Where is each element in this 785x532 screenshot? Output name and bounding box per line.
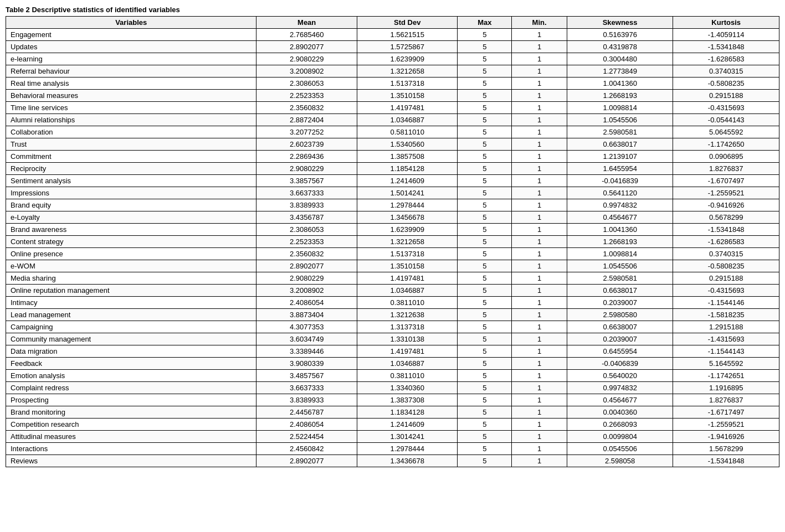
variable-name: Online reputation management xyxy=(6,285,256,297)
cell-value: 2.4456787 xyxy=(256,406,357,419)
cell-value: -1.1742651 xyxy=(673,370,779,382)
table-row: Online presence2.35608321.5137318511.009… xyxy=(6,248,779,260)
cell-value: 0.5641120 xyxy=(567,187,673,199)
cell-value: 5 xyxy=(458,199,512,211)
table-row: Feedback3.90803391.034688751-0.04068395.… xyxy=(6,358,779,370)
cell-value: -0.0544143 xyxy=(673,114,779,126)
cell-value: 0.2915188 xyxy=(673,272,779,285)
table-row: Complaint redress3.66373331.3340360510.9… xyxy=(6,382,779,394)
variable-name: Reciprocity xyxy=(6,163,256,175)
cell-value: 2.3560832 xyxy=(256,102,357,114)
cell-value: 3.3857567 xyxy=(256,175,357,187)
table-row: Campaigning4.30773531.3137318510.6638007… xyxy=(6,321,779,333)
cell-value: 1 xyxy=(512,431,567,443)
cell-value: 1.0041360 xyxy=(567,224,673,236)
variable-name: Feedback xyxy=(6,358,256,370)
variable-name: Time line services xyxy=(6,102,256,114)
cell-value: -0.0406839 xyxy=(567,358,673,370)
cell-value: -0.5808235 xyxy=(673,260,779,272)
cell-value: 4.3077353 xyxy=(256,321,357,333)
table-row: Data migration3.33894461.4197481510.6455… xyxy=(6,345,779,358)
cell-value: 2.8902077 xyxy=(256,41,357,53)
cell-value: 0.2668093 xyxy=(567,419,673,431)
table-row: Behavioral measures2.25233531.3510158511… xyxy=(6,90,779,102)
cell-value: 3.6034749 xyxy=(256,333,357,345)
cell-value: -1.9416926 xyxy=(673,431,779,443)
column-header: Kurtosis xyxy=(673,17,779,29)
table-title: Table 2 Descriptive statistics of identi… xyxy=(6,6,779,14)
cell-value: 1 xyxy=(512,126,567,138)
cell-value: 5 xyxy=(458,431,512,443)
cell-value: 5 xyxy=(458,406,512,419)
cell-value: 1 xyxy=(512,211,567,224)
cell-value: 1.1854128 xyxy=(357,163,458,175)
variable-name: Emotion analysis xyxy=(6,370,256,382)
cell-value: 3.6637333 xyxy=(256,187,357,199)
cell-value: 0.3740315 xyxy=(673,65,779,78)
cell-value: 1.5137318 xyxy=(357,78,458,90)
table-row: Emotion analysis3.48575670.3811010510.56… xyxy=(6,370,779,382)
cell-value: 2.5980581 xyxy=(567,272,673,285)
cell-value: 3.2008902 xyxy=(256,65,357,78)
cell-value: 1 xyxy=(512,321,567,333)
data-table: VariablesMeanStd DevMaxMin.SkewnessKurto… xyxy=(6,16,779,467)
cell-value: 2.7685460 xyxy=(256,29,357,41)
cell-value: 0.5678299 xyxy=(673,211,779,224)
table-row: Reviews2.89020771.3436678512.598058-1.53… xyxy=(6,455,779,467)
cell-value: 1 xyxy=(512,406,567,419)
cell-value: 5 xyxy=(458,358,512,370)
cell-value: -1.4059114 xyxy=(673,29,779,41)
cell-value: 2.5224454 xyxy=(256,431,357,443)
cell-value: 5 xyxy=(458,65,512,78)
cell-value: 2.5980580 xyxy=(567,309,673,321)
cell-value: 1.5137318 xyxy=(357,248,458,260)
cell-value: -1.1742650 xyxy=(673,138,779,151)
cell-value: -1.5818235 xyxy=(673,309,779,321)
cell-value: 5 xyxy=(458,272,512,285)
cell-value: -1.6707497 xyxy=(673,175,779,187)
cell-value: 1 xyxy=(512,443,567,455)
table-row: e-Loyalty3.43567871.3456678510.45646770.… xyxy=(6,211,779,224)
cell-value: 1.3212638 xyxy=(357,309,458,321)
cell-value: -1.2559521 xyxy=(673,187,779,199)
cell-value: 1 xyxy=(512,285,567,297)
cell-value: 5 xyxy=(458,285,512,297)
cell-value: 0.6638007 xyxy=(567,321,673,333)
cell-value: 1 xyxy=(512,236,567,248)
cell-value: 2.3086053 xyxy=(256,78,357,90)
table-row: Attitudinal measures2.52244541.301424151… xyxy=(6,431,779,443)
cell-value: 5 xyxy=(458,224,512,236)
cell-value: 5 xyxy=(458,29,512,41)
cell-value: 1.0346887 xyxy=(357,358,458,370)
variable-name: Prospecting xyxy=(6,394,256,406)
cell-value: -0.4315693 xyxy=(673,285,779,297)
variable-name: e-WOM xyxy=(6,260,256,272)
table-row: Engagement2.76854601.5621515510.5163976-… xyxy=(6,29,779,41)
cell-value: 0.5163976 xyxy=(567,29,673,41)
variable-name: Community management xyxy=(6,333,256,345)
variable-name: Real time analysis xyxy=(6,78,256,90)
cell-value: 1 xyxy=(512,272,567,285)
cell-value: 3.3389446 xyxy=(256,345,357,358)
table-row: Collaboration3.20772520.5811010512.59805… xyxy=(6,126,779,138)
table-row: Online reputation management3.20089021.0… xyxy=(6,285,779,297)
cell-value: 0.6638017 xyxy=(567,138,673,151)
cell-value: 3.8873404 xyxy=(256,309,357,321)
cell-value: 5 xyxy=(458,114,512,126)
cell-value: 1 xyxy=(512,394,567,406)
cell-value: 1 xyxy=(512,90,567,102)
cell-value: 5 xyxy=(458,126,512,138)
cell-value: 3.8389933 xyxy=(256,394,357,406)
variable-name: Brand awareness xyxy=(6,224,256,236)
cell-value: 1.6455954 xyxy=(567,163,673,175)
variable-name: Updates xyxy=(6,41,256,53)
cell-value: 1 xyxy=(512,309,567,321)
cell-value: 1.4197481 xyxy=(357,345,458,358)
cell-value: -0.5808235 xyxy=(673,78,779,90)
column-header: Min. xyxy=(512,17,567,29)
cell-value: 2.9080229 xyxy=(256,163,357,175)
cell-value: 1.5014241 xyxy=(357,187,458,199)
cell-value: -0.4315693 xyxy=(673,102,779,114)
cell-value: 0.3811010 xyxy=(357,370,458,382)
cell-value: 5 xyxy=(458,53,512,65)
